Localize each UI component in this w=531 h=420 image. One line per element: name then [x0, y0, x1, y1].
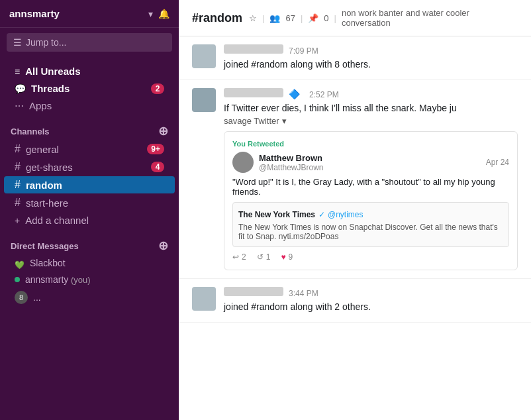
channel-header: #random ☆ | 👥 67 | 📌 0 | non work banter… [179, 0, 531, 36]
nyt-text: The New York Times is now on Snapchat Di… [238, 223, 503, 241]
hash-icon-general: # [15, 143, 21, 155]
separator-3: | [334, 13, 336, 23]
sidebar-item-general[interactable]: # general 9+ [4, 140, 175, 158]
sidebar-item-get-shares[interactable]: # get-shares 4 [4, 158, 175, 176]
channel-description: non work banter and water cooler convers… [342, 8, 518, 28]
avatar [192, 287, 216, 311]
annsmarty-status-icon [15, 277, 20, 282]
sidebar-item-slackbot[interactable]: 💚 Slackbot [4, 255, 175, 271]
hash-icon-start-here: # [15, 197, 21, 209]
message-text: joined #random along with 8 others. [224, 58, 518, 72]
add-channel-icon[interactable]: ⊕ [158, 125, 168, 137]
channel-general-label: general [26, 144, 59, 155]
apps-label: Apps [29, 100, 52, 111]
jump-to-input[interactable]: ☰ Jump to... [7, 33, 172, 52]
message-content: 🔷 2:52 PM If Twitter ever dies, I think … [224, 88, 518, 271]
nyt-handle: @nytimes [328, 210, 363, 219]
tweet-author-info: Matthew Brown @MatthewJBrown [259, 153, 324, 172]
pin-icon: 📌 [308, 13, 318, 23]
sidebar-item-annsmarty[interactable]: annsmarty [4, 272, 175, 288]
sidebar: annsmarty ▾ 🔔 ☰ Jump to... ≡ All Unreads… [0, 0, 179, 420]
threads-label: Threads [31, 83, 70, 94]
separator-1: | [262, 13, 264, 23]
savage-text: savage Twitter [224, 116, 279, 126]
table-row: 7:09 PM joined #random along with 8 othe… [179, 36, 531, 80]
avatar [192, 44, 216, 68]
add-channel-item[interactable]: + Add a channel [4, 212, 175, 229]
messages-area: 7:09 PM joined #random along with 8 othe… [179, 36, 531, 420]
channel-title: #random [192, 11, 242, 25]
members-icon: 👥 [269, 13, 280, 23]
savage-label: savage Twitter ▾ [224, 116, 518, 126]
channel-get-shares-label: get-shares [26, 162, 73, 173]
reply-action[interactable]: ↩ 2 [232, 252, 246, 262]
get-shares-badge: 4 [151, 162, 164, 172]
channel-meta: ☆ | 👥 67 | 📌 0 | non work banter and wat… [249, 8, 518, 28]
dm-number-badge: 8 [15, 291, 28, 304]
message-text-2: If Twitter ever dies, I think I'll miss … [224, 102, 518, 115]
message-author-redacted-3 [224, 287, 283, 296]
workspace-name[interactable]: annsmarty [9, 8, 60, 19]
main-content: #random ☆ | 👥 67 | 📌 0 | non work banter… [179, 0, 531, 420]
threads-badge: 2 [151, 83, 164, 94]
nyt-embed: The New York Times ✓ @nytimes The New Yo… [232, 202, 509, 247]
message-time-3: 3:44 PM [289, 289, 318, 298]
reply-count: 2 [242, 252, 246, 262]
hash-icon-get-shares: # [15, 161, 21, 173]
threads-icon: 💬 [15, 83, 26, 94]
heart-icon: ♥ [281, 252, 285, 262]
message-time-2: 2:52 PM [309, 90, 339, 99]
message-content: 7:09 PM joined #random along with 8 othe… [224, 44, 518, 72]
sidebar-item-apps[interactable]: ⋯ Apps [4, 97, 175, 114]
sidebar-item-random[interactable]: # random [4, 176, 175, 193]
hash-icon-random: # [15, 179, 21, 191]
heart-count: 9 [289, 252, 293, 262]
message-text-3: joined #random along with 2 others. [224, 301, 518, 314]
add-channel-label: Add a channel [25, 215, 89, 226]
dm-3-label: ... [33, 292, 164, 303]
message-meta: 7:09 PM [224, 44, 518, 56]
sidebar-item-start-here[interactable]: # start-here [4, 194, 175, 211]
message-time: 7:09 PM [289, 46, 318, 56]
sidebar-item-all-unreads[interactable]: ≡ All Unreads [4, 63, 175, 79]
direct-messages-section-label: Direct Messages [11, 241, 79, 251]
heart-action[interactable]: ♥ 9 [281, 252, 293, 262]
header-icons: ▾ 🔔 [148, 9, 169, 19]
notification-bell-icon[interactable]: 🔔 [158, 9, 169, 19]
channel-random-label: random [26, 180, 62, 191]
star-icon[interactable]: ☆ [249, 13, 257, 23]
tweet-handle: @MatthewJBrown [259, 163, 324, 172]
slackbot-heart-icon: 💚 [15, 260, 24, 266]
jump-to-label: Jump to... [26, 37, 66, 48]
separator-2: | [301, 13, 303, 23]
tweet-date: Apr 24 [486, 158, 509, 167]
message-meta: 3:44 PM [224, 287, 518, 298]
tweet-author-name: Matthew Brown [259, 153, 324, 163]
retweet-action[interactable]: ↺ 1 [257, 252, 271, 262]
annsmarty-label: annsmarty [25, 274, 164, 285]
dropdown-icon[interactable]: ▾ [282, 116, 287, 126]
add-dm-icon[interactable]: ⊕ [158, 240, 168, 252]
slack-logo-icon: 🔷 [289, 89, 300, 99]
tweet-actions: ↩ 2 ↺ 1 ♥ 9 [232, 252, 509, 262]
message-author-redacted-2 [224, 88, 283, 97]
list-icon: ≡ [15, 66, 20, 77]
all-unreads-label: All Unreads [25, 66, 80, 77]
apps-icon: ⋯ [15, 101, 24, 111]
reply-icon: ↩ [232, 252, 239, 262]
you-retweeted-label: You Retweeted [232, 140, 509, 148]
sidebar-item-dm-3[interactable]: 8 ... [4, 288, 175, 307]
tweet-body: "Word up!" It is I, the Gray Lady, with … [232, 177, 509, 197]
sidebar-header: annsmarty ▾ 🔔 [0, 0, 179, 28]
tweet-embed: You Retweeted Matthew Brown @MatthewJBro… [224, 131, 518, 270]
message-author-redacted [224, 44, 283, 54]
retweet-icon: ↺ [257, 252, 264, 262]
channels-section-label: Channels [11, 127, 50, 136]
workspace-chevron-icon[interactable]: ▾ [148, 9, 153, 19]
sidebar-item-threads[interactable]: 💬 Threads 2 [4, 80, 175, 97]
retweet-count: 1 [266, 252, 271, 262]
message-meta: 🔷 2:52 PM [224, 88, 518, 99]
avatar [192, 88, 216, 112]
nyt-name: The New York Times [238, 210, 315, 219]
channels-section-header: Channels ⊕ [0, 115, 179, 140]
